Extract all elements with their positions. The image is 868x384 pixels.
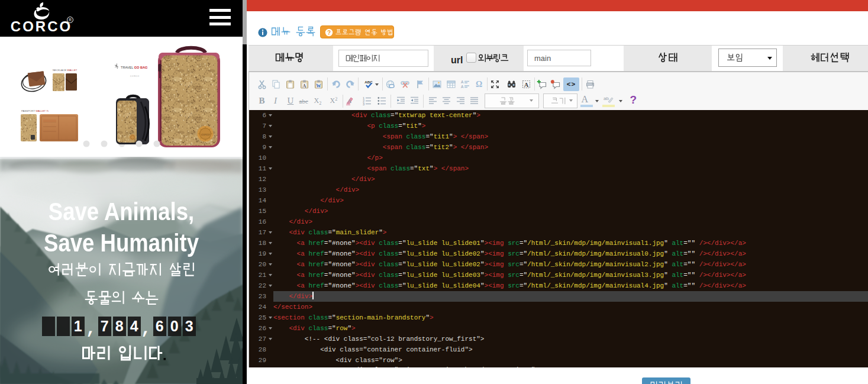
svg-text:NECKLACE WALLET: NECKLACE WALLET	[53, 69, 78, 72]
svg-text:A: A	[461, 84, 464, 88]
svg-text:Ω: Ω	[476, 80, 482, 89]
svg-text:ABC: ABC	[364, 79, 373, 83]
svg-text:ab: ab	[604, 96, 609, 101]
svg-text:TRAVEL GO BAG: TRAVEL GO BAG	[121, 66, 147, 69]
svg-text:W: W	[316, 83, 321, 88]
svg-text:3: 3	[363, 102, 364, 106]
svg-text:A: A	[524, 81, 528, 88]
svg-text:A: A	[348, 98, 352, 104]
svg-text:A: A	[303, 83, 306, 88]
svg-text:corco: corco	[201, 133, 210, 136]
svg-text:A: A	[461, 80, 464, 84]
svg-text:PASSPORT WALLET 7t: PASSPORT WALLET 7t	[21, 109, 49, 112]
svg-text:CORCO: CORCO	[130, 75, 140, 78]
